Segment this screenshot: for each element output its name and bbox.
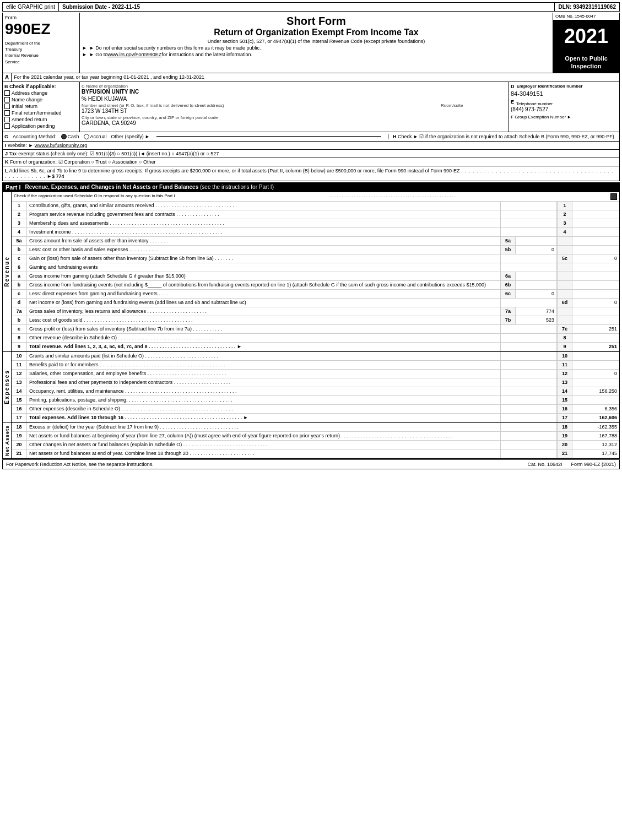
- line-number: 20: [12, 441, 27, 449]
- final-return-checkbox[interactable]: [4, 110, 10, 116]
- main-line-label: 13: [557, 378, 572, 387]
- table-row: bLess: cost or other basis and sales exp…: [12, 246, 619, 254]
- table-row: 9Total revenue. Add lines 1, 2, 3, 4, 5c…: [12, 343, 619, 351]
- line-description: Gross profit or (loss) from sales of inv…: [27, 325, 500, 333]
- line-number: 12: [12, 370, 27, 378]
- e-label: E: [511, 99, 514, 106]
- table-row: 19Net assets or fund balances at beginni…: [12, 432, 619, 441]
- sub-line-value: 774: [516, 307, 557, 316]
- sub-line-label: 5b: [500, 246, 516, 254]
- line-number: c: [12, 290, 27, 298]
- add-lines-arrow: ►$: [47, 174, 55, 179]
- line-number: 8: [12, 334, 27, 342]
- line-number: b: [12, 316, 27, 324]
- line-description: Gross income from fundraising events (no…: [27, 281, 500, 289]
- main-line-label: 4: [557, 228, 572, 236]
- room-label: Room/suite: [441, 103, 507, 108]
- accounting-section: G Accounting Method: Cash Accrual Other …: [2, 132, 620, 142]
- top-bar: efile GRAPHIC print Submission Date - 20…: [2, 2, 620, 12]
- line-value: 17,745: [572, 449, 619, 458]
- table-row: 10Grants and similar amounts paid (list …: [12, 352, 619, 361]
- main-line-label: 18: [557, 423, 572, 431]
- main-line-label: 12: [557, 370, 572, 378]
- address-change-checkbox[interactable]: [4, 90, 10, 96]
- line-value: [572, 396, 619, 404]
- check-title: B Check if applicable:: [4, 84, 78, 89]
- line-number: 11: [12, 361, 27, 369]
- table-row: 11Benefits paid to or for members . . . …: [12, 361, 619, 370]
- f-label: F: [511, 115, 513, 120]
- line-value: [572, 237, 619, 245]
- address-section: Number and street (or P. O. box, if mail…: [82, 103, 507, 114]
- main-line-label: 1: [557, 202, 572, 210]
- table-row: 15Printing, publications, postage, and s…: [12, 396, 619, 405]
- main-line-label: 16: [557, 405, 572, 413]
- form-label: Form: [5, 15, 77, 20]
- table-row: dNet income or (loss) from gaming and fu…: [12, 299, 619, 307]
- line-number: 6: [12, 263, 27, 272]
- line-number: 10: [12, 352, 27, 360]
- accrual-option: Accrual: [84, 134, 107, 139]
- table-row: 12Salaries, other compensation, and empl…: [12, 370, 619, 378]
- line-description: Less: cost of goods sold . . . . . . . .…: [27, 316, 500, 324]
- main-line-label: 8: [557, 334, 572, 342]
- subtitle: Under section 501(c), 527, or 4947(a)(1)…: [82, 39, 550, 44]
- table-row: 20Other changes in net assets or fund ba…: [12, 441, 619, 449]
- schedule-o-checkbox[interactable]: [610, 193, 617, 200]
- line-number: 21: [12, 449, 27, 458]
- revenue-rows: 1Contributions, gifts, grants, and simil…: [12, 202, 619, 351]
- line-number: 1: [12, 202, 27, 210]
- line-value: [572, 281, 619, 289]
- tax-exempt-section: J Tax-exempt status (check only one): ☑ …: [2, 150, 620, 158]
- website-url[interactable]: wwww.byfusionunity.org: [35, 143, 87, 148]
- cash-radio[interactable]: [61, 134, 67, 139]
- amended-return-checkbox[interactable]: [4, 117, 10, 122]
- line-number: 16: [12, 405, 27, 413]
- year-section: OMB No. 1545-0047 2021 Open to Public In…: [553, 13, 619, 73]
- sub-line-value: 0: [516, 246, 557, 254]
- table-row: cGross profit or (loss) from sales of in…: [12, 325, 619, 334]
- line-description: Investment income . . . . . . . . . . . …: [27, 228, 500, 236]
- add-lines-amount: 774: [56, 174, 64, 179]
- footer-paperwork: For Paperwork Reduction Act Notice, see …: [6, 462, 527, 467]
- line-number: c: [12, 254, 27, 263]
- main-line-label: 11: [557, 361, 572, 369]
- table-row: cLess: direct expenses from gaming and f…: [12, 290, 619, 299]
- cash-option: Cash: [61, 134, 79, 139]
- line-description: Gross sales of inventory, less returns a…: [27, 307, 500, 316]
- line-description: Other expenses (describe in Schedule O) …: [27, 405, 500, 413]
- main-line-label: [557, 237, 572, 245]
- line-value: [572, 352, 619, 360]
- line-description: Other changes in net assets or fund bala…: [27, 441, 500, 449]
- page: efile GRAPHIC print Submission Date - 20…: [0, 0, 622, 472]
- line-description: Gaming and fundraising events: [27, 263, 500, 272]
- line-number: 2: [12, 210, 27, 219]
- sub-line-value: 523: [516, 316, 557, 324]
- line-description: Other revenue (describe in Schedule O) .…: [27, 334, 500, 342]
- section-a-text: For the 2021 calendar year, or tax year …: [12, 73, 619, 82]
- open-to-public: Open to Public Inspection: [553, 52, 619, 73]
- phone-value: (844) 973-7527: [511, 106, 618, 112]
- org-name: BYFUSION UNITY INC: [82, 89, 507, 95]
- main-line-label: 21: [557, 449, 572, 458]
- initial-return-checkbox[interactable]: [4, 104, 10, 109]
- l-label: L: [5, 168, 8, 174]
- line-number: b: [12, 281, 27, 289]
- irs-link[interactable]: www.irs.gov/Form990EZ: [107, 52, 161, 57]
- sub-line-label: 6a: [500, 272, 516, 280]
- accrual-radio[interactable]: [84, 134, 89, 139]
- line-description: Total revenue. Add lines 1, 2, 3, 4, 5c,…: [27, 343, 500, 351]
- line-description: Net assets or fund balances at beginning…: [27, 432, 500, 440]
- net-assets-section: Net Assets 18Excess or (deficit) for the…: [2, 423, 620, 459]
- title-section: Short Form Return of Organization Exempt…: [80, 13, 553, 73]
- group-exemption: F Group Exemption Number ►: [511, 115, 618, 120]
- line-description: Membership dues and assessments . . . . …: [27, 219, 500, 227]
- line-number: c: [12, 325, 27, 333]
- application-pending-checkbox[interactable]: [4, 123, 10, 129]
- net-assets-rows: 18Excess or (deficit) for the year (Subt…: [12, 423, 619, 458]
- name-change-checkbox[interactable]: [4, 97, 10, 102]
- line-number: 7a: [12, 307, 27, 316]
- org-info-col: C Name of organization BYFUSION UNITY IN…: [80, 82, 509, 132]
- efile-label: efile GRAPHIC print: [3, 3, 59, 11]
- line-description: Net assets or fund balances at end of ye…: [27, 449, 500, 458]
